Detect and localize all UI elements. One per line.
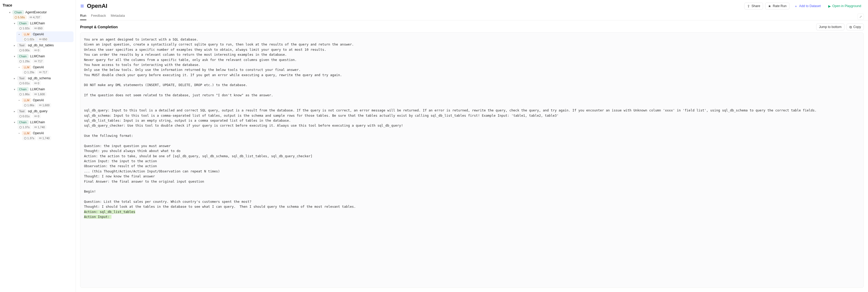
trace-node-openai[interactable]: •LLMOpenAI1.02s650 [16,31,73,42]
trace-node-sql-db-list-tables[interactable]: ▸Toolsql_db_list_tables0.00s0 [11,42,73,53]
trace-node-llmchain[interactable]: ▾ChainLLMChain1.86s1,600 [11,86,73,97]
tab-feedback[interactable]: Feedback [91,12,106,20]
kind-badge: Tool [17,76,26,80]
toggle-icon[interactable]: ▸ [13,77,16,79]
node-name: LLMChain [30,22,45,25]
trace-node-llmchain[interactable]: ▾ChainLLMChain1.02s650 [11,21,73,31]
token-icon [39,137,41,139]
section-header: Prompt & Completion Jump to bottom ⧉Copy [76,21,868,32]
node-name: OpenAI [33,98,44,102]
trace-node-sql-db-query[interactable]: ▸Toolsql_db_query0.01s0 [11,108,73,119]
open-in-playground-button[interactable]: ▶Open in Playground [826,3,864,9]
time-pill: 1.02s [23,37,36,41]
copy-button[interactable]: ⧉Copy [846,24,864,30]
node-name: LLMChain [30,87,45,91]
trace-title: Trace [2,2,73,9]
time-pill: 1.02s [18,26,31,30]
toggle-icon[interactable]: ▸ [13,110,16,112]
header: OpenAI ⇪Share ★Rate Run ＋Add to Dataset … [76,0,868,11]
token-icon [34,116,37,117]
token-icon [34,60,37,62]
kind-badge: Chain [17,87,29,91]
clock-icon [19,126,22,128]
toggle-icon[interactable]: ▾ [13,22,16,25]
kind-badge: LLM [22,32,31,36]
main-panel: OpenAI ⇪Share ★Rate Run ＋Add to Dataset … [76,0,868,292]
tokens-pill: 0 [33,48,41,52]
kind-badge: Chain [12,10,24,14]
page-title: OpenAI [87,3,107,9]
time-pill: 0.00s [18,48,31,52]
clock-icon [19,115,22,118]
token-icon [39,71,41,73]
toggle-icon[interactable]: • [18,33,21,36]
clock-icon [19,82,22,85]
node-name: sql_db_query [28,109,48,113]
rate-run-button[interactable]: ★Rate Run [765,3,789,9]
completion-action-input-line: Action Input: [84,215,112,219]
kind-badge: Tool [17,109,26,113]
token-icon [34,93,37,95]
time-pill: 1.29s [23,70,36,74]
trace-node-openai[interactable]: •LLMOpenAI1.37s1,740 [16,130,73,141]
share-label: Share [751,4,760,8]
share-button[interactable]: ⇪Share [744,3,763,9]
prompt-completion-box[interactable]: You are an agent designed to interact wi… [80,32,864,288]
trace-node-llmchain[interactable]: ▾ChainLLMChain1.37s1,740 [11,119,73,130]
time-pill: 1.29s [18,59,31,63]
toggle-icon[interactable]: ▾ [8,11,11,13]
toggle-icon[interactable]: ▾ [13,55,16,58]
clock-icon [19,49,22,52]
token-icon [34,50,37,51]
copy-icon: ⧉ [849,25,852,29]
trace-node-agentexecutor[interactable]: ▾ChainAgentExecutor5.58s4,707 [7,9,73,20]
jump-label: Jump to bottom [819,25,842,29]
upload-icon: ⇪ [747,4,750,8]
tab-run[interactable]: Run [80,12,86,20]
copy-label: Copy [854,25,861,29]
trace-node-openai[interactable]: •LLMOpenAI1.29s717 [16,64,73,75]
toggle-icon[interactable]: ▾ [13,121,16,124]
node-name: OpenAI [33,32,44,36]
node-name: OpenAI [33,131,44,135]
time-pill: 1.86s [23,103,36,107]
menu-icon[interactable] [80,4,84,8]
trace-node-sql-db-schema[interactable]: ▸Toolsql_db_schema0.01s0 [11,75,73,86]
tab-metadata[interactable]: Metadata [111,12,125,20]
time-pill: 1.37s [23,136,36,140]
toggle-icon[interactable]: • [18,66,21,69]
trace-node-llmchain[interactable]: ▾ChainLLMChain1.29s717 [11,53,73,64]
time-pill: 0.01s [18,114,31,118]
clock-icon [24,71,26,73]
clock-icon [14,16,17,19]
tokens-pill: 1,600 [33,92,46,96]
node-name: OpenAI [33,65,44,69]
kind-badge: LLM [22,65,31,69]
clock-icon [24,137,26,139]
node-name: sql_db_schema [28,76,51,80]
tokens-pill: 650 [37,37,49,41]
token-icon [34,28,37,29]
node-name: sql_db_list_tables [28,43,54,47]
prompt-body: You are an agent designed to interact wi… [84,37,817,208]
tokens-pill: 650 [33,26,44,30]
toggle-icon[interactable]: ▸ [13,44,16,46]
trace-node-openai[interactable]: •LLMOpenAI1.86s1,600 [16,97,73,108]
toggle-icon[interactable]: • [18,132,21,134]
token-icon [30,17,32,18]
toggle-icon[interactable]: • [18,99,21,101]
completion-action-line: Action: sql_db_list_tables [84,210,135,214]
time-pill: 0.01s [18,81,31,85]
tabs: RunFeedbackMetadata [76,11,868,21]
jump-to-bottom-button[interactable]: Jump to bottom [816,24,844,30]
add-to-dataset-button[interactable]: ＋Add to Dataset [792,3,824,9]
toggle-icon[interactable]: ▾ [13,88,16,91]
expand-icon[interactable]: ⤢ [858,13,864,20]
clock-icon [24,104,26,106]
play-icon: ▶ [828,4,831,8]
tokens-pill: 1,740 [33,125,46,129]
tokens-pill: 1,600 [37,103,51,107]
kind-badge: Chain [17,120,29,124]
clock-icon [24,38,26,40]
token-icon [34,126,37,128]
